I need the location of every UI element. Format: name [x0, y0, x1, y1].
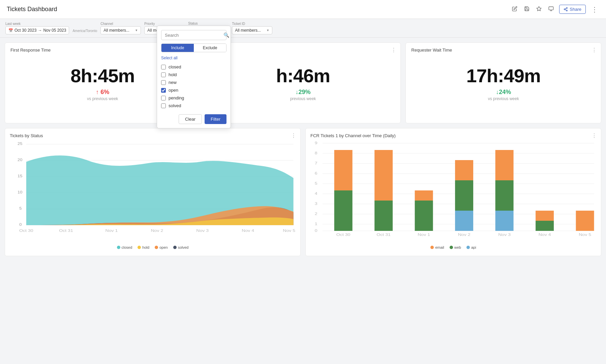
bar-nov2-web: [455, 180, 473, 211]
more-button[interactable]: ⋮: [590, 4, 599, 15]
legend-dot-email: [430, 246, 434, 249]
second-metric-value: h:46m: [276, 65, 330, 87]
fcr-chart-card: FCR Tickets 1 by Channel over Time (Dail…: [305, 128, 601, 256]
svg-point-4: [566, 7, 567, 8]
checkbox-pending[interactable]: [161, 96, 166, 100]
channel-label: Channel: [100, 22, 141, 26]
legend-open: open: [155, 245, 168, 249]
legend-dot-solved: [173, 246, 177, 249]
filter-bar: Last week 📅 Oct 30 2023 → Nov 05 2023 Am…: [0, 19, 606, 38]
requester-wait-vs: vs previous week: [488, 96, 519, 101]
checkbox-open[interactable]: [161, 88, 166, 93]
search-input[interactable]: [165, 33, 221, 38]
bar-chart: 9 8 7 6 5 4 3 2 1 0: [310, 142, 596, 243]
search-icon: 🔍: [223, 32, 229, 38]
first-response-change: ↑ 6%: [96, 89, 109, 96]
svg-text:Oct 31: Oct 31: [59, 229, 73, 233]
save-button[interactable]: [523, 5, 531, 14]
area-chart-legend: closed hold open solved: [10, 245, 296, 249]
exclude-button[interactable]: Exclude: [194, 44, 226, 52]
second-metric-menu[interactable]: ⋮: [391, 47, 396, 53]
svg-text:Nov 2: Nov 2: [458, 233, 471, 237]
top-bar: Tickets Dashboard Share ⋮: [0, 0, 606, 19]
svg-text:3: 3: [315, 202, 317, 206]
requester-wait-menu[interactable]: ⋮: [592, 47, 597, 53]
filter-button[interactable]: Filter: [205, 114, 226, 124]
tickets-status-menu[interactable]: ⋮: [291, 132, 296, 139]
channel-caret: ▼: [135, 29, 138, 32]
second-metric-change: ↓29%: [295, 89, 310, 96]
channel-control[interactable]: All members... ▼: [100, 26, 141, 34]
bar-nov3-api: [495, 211, 514, 231]
edit-button[interactable]: [511, 5, 519, 14]
ticket-id-caret: ▼: [266, 29, 269, 32]
svg-rect-1: [549, 7, 553, 10]
share-button[interactable]: Share: [559, 5, 586, 14]
svg-text:0: 0: [315, 229, 317, 233]
svg-text:Oct 30: Oct 30: [336, 233, 351, 237]
svg-text:Oct 31: Oct 31: [376, 233, 391, 237]
status-label: Status: [188, 22, 229, 25]
search-box: 🔍: [161, 30, 226, 40]
svg-text:Nov 5: Nov 5: [579, 233, 591, 237]
option-new: new: [161, 79, 226, 86]
svg-text:5: 5: [19, 207, 22, 210]
first-response-value: 8h:45m: [70, 65, 134, 87]
priority-label: Priority: [144, 22, 185, 26]
svg-text:Nov 4: Nov 4: [242, 229, 254, 233]
monitor-button[interactable]: [547, 5, 555, 14]
include-button[interactable]: Include: [161, 44, 194, 52]
svg-text:4: 4: [315, 191, 317, 195]
channel-filter: Channel All members... ▼: [100, 22, 141, 34]
checkbox-closed[interactable]: [161, 65, 166, 69]
svg-text:10: 10: [18, 190, 22, 194]
bar-nov1-web: [415, 201, 433, 231]
ticket-id-filter: Ticket ID All members... ▼: [232, 22, 272, 34]
bar-oct31-email: [374, 150, 393, 201]
svg-text:8: 8: [315, 151, 317, 155]
checkbox-solved[interactable]: [161, 103, 166, 108]
fcr-chart-legend: email web api: [310, 245, 596, 249]
legend-web: web: [450, 245, 461, 249]
bar-nov1-email: [415, 190, 433, 201]
bar-nov2-email: [455, 160, 473, 180]
charts-row: Tickets by Status ⋮ 25 20 15 10 5 0: [5, 128, 601, 256]
bar-oct30-email: [334, 150, 353, 190]
option-hold: hold: [161, 71, 226, 79]
option-solved: solved: [161, 102, 226, 110]
fcr-chart-menu[interactable]: ⋮: [592, 132, 597, 139]
svg-point-6: [566, 10, 567, 11]
page-title: Tickets Dashboard: [7, 6, 57, 13]
option-open: open: [161, 86, 226, 94]
requester-wait-change: ↓24%: [496, 89, 511, 96]
timezone-label: America/Toronto: [72, 29, 97, 33]
legend-dot-closed: [117, 246, 120, 249]
svg-line-7: [565, 9, 567, 10]
checkbox-hold[interactable]: [161, 72, 166, 77]
legend-hold: hold: [138, 245, 149, 249]
bar-oct31-web: [374, 201, 393, 231]
legend-email: email: [430, 245, 444, 249]
ticket-id-control[interactable]: All members... ▼: [232, 26, 272, 34]
date-end: Nov 05 2023: [43, 28, 66, 33]
top-bar-actions: Share ⋮: [511, 4, 599, 15]
date-range-control[interactable]: 📅 Oct 30 2023 → Nov 05 2023: [5, 26, 69, 34]
svg-text:0: 0: [19, 223, 22, 226]
bar-nov5-email: [576, 211, 594, 231]
area-chart: 25 20 15 10 5 0: [10, 142, 296, 243]
bar-nov2-api: [455, 211, 473, 231]
svg-text:Oct 30: Oct 30: [19, 229, 33, 233]
svg-text:Nov 1: Nov 1: [105, 229, 118, 233]
bar-oct30-web: [334, 190, 353, 231]
svg-text:Nov 1: Nov 1: [418, 233, 430, 237]
bar-nov4-web: [536, 221, 554, 231]
checkbox-new[interactable]: [161, 80, 166, 85]
bar-nov3-web: [495, 180, 514, 211]
star-button[interactable]: [535, 5, 543, 14]
clear-button[interactable]: Clear: [179, 114, 202, 124]
select-all-link[interactable]: Select all: [161, 56, 226, 60]
ticket-id-value: All members...: [235, 28, 261, 33]
first-response-title: First Response Time: [10, 48, 51, 53]
date-arrow: →: [38, 28, 42, 33]
date-range-filter: Last week 📅 Oct 30 2023 → Nov 05 2023: [5, 22, 69, 34]
